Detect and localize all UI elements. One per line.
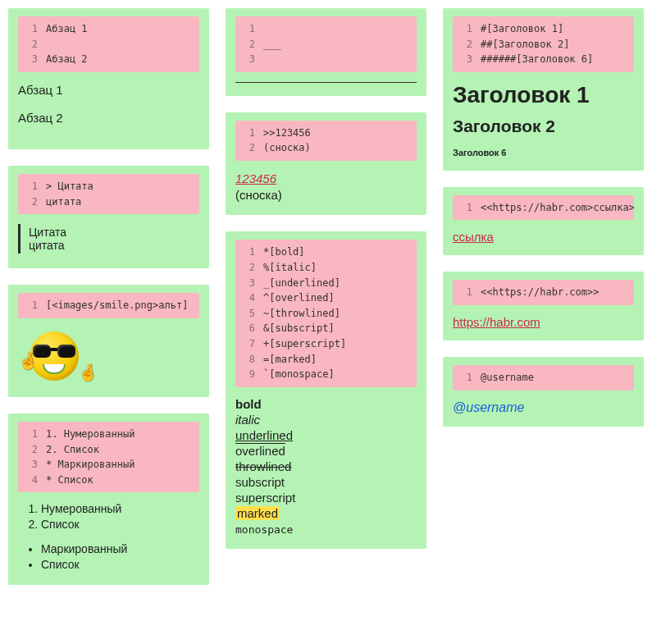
paragraph-1: Абзац 1 — [18, 82, 199, 98]
code-headers: 1#[Заголовок 1]2##[Заголовок 2]3######[З… — [453, 16, 634, 72]
card-link-text: 1<<https://habr.com>ссылка> ссылка — [443, 187, 644, 256]
heading-6: Заголовок 6 — [453, 148, 634, 158]
paragraph-2: Абзац 2 — [18, 110, 199, 126]
card-styles: 1*[bold]2%[italic]3_[underlined]4^[overl… — [226, 231, 426, 548]
code-styles: 1*[bold]2%[italic]3_[underlined]4^[overl… — [235, 240, 417, 386]
style-sample: italic — [235, 413, 260, 427]
style-sample: monospace — [235, 523, 293, 536]
unordered-list: Маркированный Список — [18, 542, 199, 571]
link-bare[interactable]: https://habr.com — [453, 315, 540, 329]
quote-line-2: цитата — [29, 239, 199, 252]
code-quote: 1> Цитата2цитата — [18, 174, 199, 214]
style-sample: bold — [235, 397, 262, 411]
code-lists: 11. Нумерованный22. Список3* Маркированн… — [18, 422, 199, 492]
code-link-text: 1<<https://habr.com>ссылка> — [453, 195, 634, 221]
style-sample: subscript — [235, 475, 285, 489]
card-mention: 1@username @username — [443, 357, 644, 427]
card-hr: 12___3 — [226, 8, 426, 96]
style-sample: marked — [235, 506, 280, 520]
code-footnote: 1>>1234562(сноска) — [235, 121, 417, 161]
card-image: 1[<images/smile.png>альт] 🤞 🤞 — [8, 285, 209, 397]
footnote-link[interactable]: 123456 — [235, 171, 276, 185]
card-quote: 1> Цитата2цитата Цитата цитата — [8, 166, 209, 268]
card-paragraphs: 1Абзац 123Абзац 2 Абзац 1 Абзац 2 — [8, 8, 209, 149]
horizontal-rule — [235, 82, 417, 83]
code-link-bare: 1<<https://habr.com>> — [453, 280, 634, 305]
code-image: 1[<images/smile.png>альт] — [18, 293, 199, 318]
style-sample: superscript — [235, 491, 295, 505]
card-lists: 11. Нумерованный22. Список3* Маркированн… — [8, 413, 209, 585]
code-mention: 1@username — [453, 365, 634, 391]
footnote-text: (сноска) — [235, 187, 417, 203]
card-headers: 1#[Заголовок 1]2##[Заголовок 2]3######[З… — [443, 8, 644, 171]
ordered-list: Нумерованный Список — [18, 502, 199, 531]
style-sample: underlined — [235, 428, 293, 442]
list-item: Список — [41, 558, 199, 571]
rendered-styles: bolditalicunderlinedoverlinedthrowlineds… — [235, 397, 417, 536]
mention[interactable]: @username — [453, 400, 634, 415]
code-hr: 12___3 — [235, 16, 417, 72]
list-item: Нумерованный — [41, 502, 199, 515]
blockquote: Цитата цитата — [18, 224, 199, 253]
code-paragraphs: 1Абзац 123Абзац 2 — [18, 16, 199, 72]
list-item: Список — [41, 518, 199, 531]
list-item: Маркированный — [41, 542, 199, 555]
style-sample: overlined — [235, 444, 285, 458]
heading-2: Заголовок 2 — [453, 116, 634, 136]
heading-1: Заголовок 1 — [453, 82, 634, 108]
quote-line-1: Цитата — [29, 226, 199, 239]
card-link-bare: 1<<https://habr.com>> https://habr.com — [443, 272, 644, 340]
card-footnote: 1>>1234562(сноска) 123456 (сноска) — [226, 112, 426, 216]
link-with-text[interactable]: ссылка — [453, 230, 494, 244]
style-sample: throwlined — [235, 459, 291, 473]
rendered-paragraphs: Абзац 1 Абзац 2 — [18, 82, 199, 127]
smile-image: 🤞 🤞 — [21, 328, 95, 386]
